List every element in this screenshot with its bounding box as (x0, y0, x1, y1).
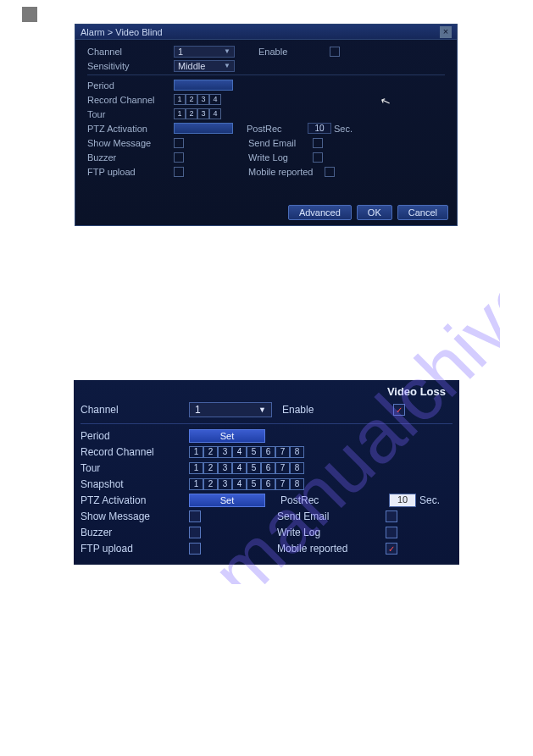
postrec-label: PostRec (280, 494, 331, 506)
snap-btn[interactable]: 8 (290, 478, 304, 490)
rc-btn[interactable]: 8 (290, 446, 304, 458)
enable-checkbox[interactable] (330, 47, 340, 57)
rc-btn[interactable]: 5 (247, 446, 261, 458)
snap-btn[interactable]: 4 (232, 478, 247, 490)
tour-buttons: 1 2 3 4 5 6 7 8 (189, 462, 304, 474)
rc-btn[interactable]: 7 (275, 446, 290, 458)
period-label: Period (81, 430, 189, 442)
write-log-label: Write Log (248, 152, 313, 163)
ftp-checkbox[interactable] (174, 167, 184, 177)
show-message-checkbox[interactable] (189, 510, 201, 522)
rc-btn[interactable]: 1 (189, 446, 203, 458)
snap-btn[interactable]: 5 (247, 478, 261, 490)
show-message-label: Show Message (81, 510, 189, 522)
ftp-label: FTP upload (87, 167, 174, 177)
write-log-checkbox[interactable] (313, 152, 323, 163)
record-channel-buttons: 1 2 3 4 5 6 7 8 (189, 446, 304, 458)
snap-btn[interactable]: 2 (203, 478, 218, 490)
channel-select[interactable]: 1 ▼ (189, 402, 272, 417)
period-set-button[interactable]: Set (189, 429, 265, 443)
mobile-label: Mobile reported (248, 167, 325, 177)
rc-btn[interactable]: 4 (232, 446, 247, 458)
tour-btn[interactable]: 4 (232, 462, 247, 474)
rc-btn-1[interactable]: 1 (174, 94, 186, 105)
write-log-checkbox[interactable] (386, 527, 397, 538)
snap-btn[interactable]: 1 (189, 478, 203, 490)
tour-label: Tour (87, 109, 174, 119)
mobile-checkbox[interactable] (325, 167, 335, 177)
buzzer-checkbox[interactable] (174, 152, 184, 163)
chevron-down-icon: ▼ (258, 406, 266, 414)
ok-button[interactable]: OK (357, 205, 392, 220)
mobile-checkbox[interactable]: ✓ (386, 543, 397, 555)
sensitivity-label: Sensitivity (87, 61, 174, 71)
postrec-label: PostRec (247, 124, 308, 134)
record-channel-label: Record Channel (87, 95, 174, 105)
postrec-input[interactable]: 10 (308, 123, 331, 134)
tour-btn[interactable]: 6 (261, 462, 275, 474)
send-email-checkbox[interactable] (386, 510, 397, 522)
snap-btn[interactable]: 6 (261, 478, 275, 490)
tour-btn[interactable]: 1 (189, 462, 203, 474)
tour-label: Tour (81, 462, 189, 474)
buzzer-label: Buzzer (87, 152, 174, 163)
enable-checkbox[interactable]: ✓ (393, 404, 405, 416)
ptz-set-button[interactable]: Set (189, 494, 265, 507)
rc-btn-4[interactable]: 4 (209, 94, 221, 105)
panel-title: Video Loss (81, 385, 452, 398)
tour-btn[interactable]: 3 (218, 462, 232, 474)
mobile-label: Mobile reported (277, 543, 369, 555)
rc-btn[interactable]: 2 (203, 446, 218, 458)
tour-btn[interactable]: 5 (247, 462, 261, 474)
ftp-checkbox[interactable] (189, 543, 201, 555)
buzzer-label: Buzzer (81, 527, 189, 538)
video-loss-panel: Video Loss Channel 1 ▼ Enable ✓ Period S… (74, 380, 459, 565)
tour-btn[interactable]: 7 (275, 462, 290, 474)
period-set-button[interactable] (174, 80, 233, 91)
rc-btn[interactable]: 6 (261, 446, 275, 458)
cancel-button[interactable]: Cancel (397, 205, 448, 220)
tour-buttons: 1 2 3 4 (174, 108, 221, 119)
rc-btn[interactable]: 3 (218, 446, 232, 458)
gray-square-decoration (22, 7, 37, 22)
show-message-checkbox[interactable] (174, 138, 184, 148)
channel-select[interactable]: 1 ▼ (174, 46, 235, 58)
tour-btn[interactable]: 2 (203, 462, 218, 474)
send-email-label: Send Email (277, 510, 369, 522)
chevron-down-icon: ▼ (224, 47, 230, 55)
tour-btn-2[interactable]: 2 (186, 108, 197, 119)
snap-btn[interactable]: 3 (218, 478, 232, 490)
video-blind-dialog: Alarm > Video Blind × Channel 1 ▼ Enable… (75, 24, 458, 226)
snapshot-label: Snapshot (81, 478, 189, 490)
sec-label: Sec. (334, 124, 353, 134)
send-email-checkbox[interactable] (313, 138, 323, 148)
titlebar: Alarm > Video Blind × (75, 25, 457, 40)
enable-label: Enable (258, 47, 299, 57)
record-channel-buttons: 1 2 3 4 (174, 94, 221, 105)
show-message-label: Show Message (87, 138, 174, 148)
ptz-label: PTZ Activation (81, 494, 189, 506)
ptz-label: PTZ Activation (87, 124, 174, 134)
tour-btn-3[interactable]: 3 (197, 108, 209, 119)
record-channel-label: Record Channel (81, 446, 189, 458)
tour-btn-1[interactable]: 1 (174, 108, 186, 119)
rc-btn-2[interactable]: 2 (186, 94, 197, 105)
enable-label: Enable (282, 404, 314, 416)
buzzer-checkbox[interactable] (189, 527, 201, 538)
tour-btn-4[interactable]: 4 (209, 108, 221, 119)
period-label: Period (87, 80, 174, 91)
sensitivity-select[interactable]: Middle ▼ (174, 60, 235, 72)
close-icon[interactable]: × (440, 26, 452, 38)
channel-label: Channel (81, 404, 189, 416)
snap-btn[interactable]: 7 (275, 478, 290, 490)
channel-label: Channel (87, 47, 174, 57)
sec-label: Sec. (419, 494, 440, 506)
tour-btn[interactable]: 8 (290, 462, 304, 474)
ptz-set-button[interactable] (174, 123, 233, 134)
chevron-down-icon: ▼ (224, 62, 230, 69)
advanced-button[interactable]: Advanced (288, 205, 352, 220)
postrec-input[interactable]: 10 (389, 494, 416, 507)
snapshot-buttons: 1 2 3 4 5 6 7 8 (189, 478, 304, 490)
rc-btn-3[interactable]: 3 (197, 94, 209, 105)
dialog-title: Alarm > Video Blind (81, 27, 163, 37)
